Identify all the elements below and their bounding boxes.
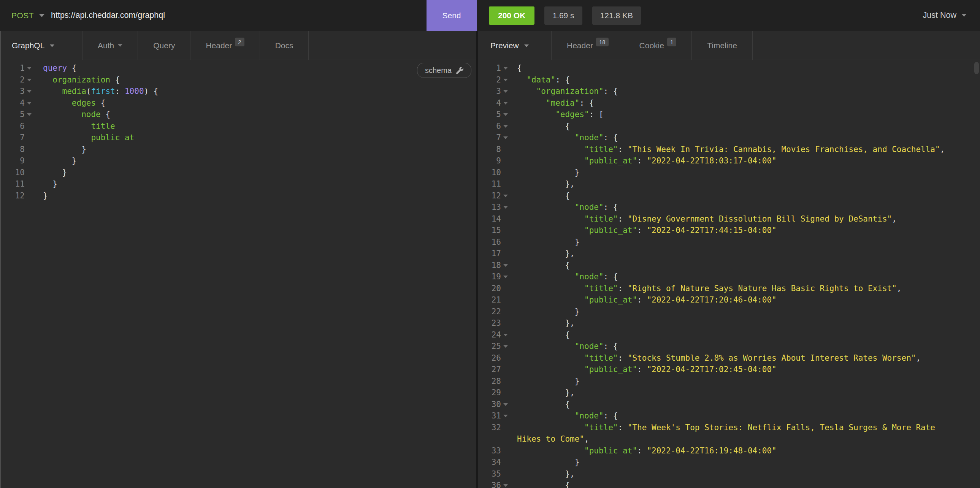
fold-toggle[interactable] — [501, 121, 510, 132]
tab-label: Cookie — [640, 41, 664, 50]
fold-toggle[interactable] — [501, 259, 510, 271]
line-number: 33 — [478, 445, 501, 457]
tab-timeline[interactable]: Timeline — [692, 31, 752, 60]
code-text: "title": "Rights of Nature Says Nature H… — [517, 283, 954, 294]
chevron-down-icon — [50, 45, 54, 47]
line-number: 4 — [478, 97, 501, 109]
code-line: 15 "public_at": "2022-04-22T17:44:15-04:… — [478, 225, 980, 237]
method-dropdown[interactable]: POST — [11, 0, 45, 31]
code-text: "title": "Stocks Stumble 2.8% as Worries… — [517, 352, 954, 364]
response-json-viewer[interactable]: 1{2 "data": {3 "organization": {4 "media… — [478, 60, 980, 488]
line-number: 13 — [478, 202, 501, 213]
fold-arrow-icon — [503, 102, 508, 105]
scrollbar-thumb[interactable] — [974, 62, 979, 74]
tab-query[interactable]: Query — [138, 31, 191, 60]
gutter: 9 — [478, 155, 510, 167]
code-line: 2 "data": { — [478, 74, 980, 86]
fold-arrow-icon — [27, 67, 32, 70]
line-number: 30 — [478, 399, 501, 410]
preview-mode-dropdown[interactable]: Preview — [478, 31, 552, 60]
line-number: 14 — [478, 213, 501, 225]
fold-toggle[interactable] — [501, 86, 510, 97]
code-line: 6 { — [478, 121, 980, 132]
fold-toggle[interactable] — [501, 340, 510, 352]
code-text: { — [517, 62, 954, 74]
fold-toggle[interactable] — [25, 97, 34, 109]
code-text: { — [517, 121, 954, 132]
tab-label: Header — [567, 41, 593, 50]
code-line: 13 "node": { — [478, 202, 980, 213]
tab-header[interactable]: Header2 — [191, 31, 259, 60]
fold-toggle[interactable] — [25, 109, 34, 121]
fold-arrow-icon — [27, 79, 32, 81]
tab-cookie[interactable]: Cookie1 — [624, 31, 692, 60]
line-number: 15 — [478, 225, 501, 237]
code-text: media(first: 1000) { — [43, 86, 158, 97]
tab-auth[interactable]: Auth — [83, 31, 138, 60]
preview-mode-label: Preview — [490, 41, 519, 50]
fold-spacer — [501, 213, 510, 225]
code-text: "data": { — [517, 74, 954, 86]
line-number: 34 — [478, 456, 501, 468]
code-text: "public_at": "2022-04-22T16:19:48-04:00" — [517, 445, 954, 457]
code-line: 5 node { — [1, 109, 476, 121]
line-number: 7 — [1, 132, 25, 144]
url-input[interactable]: https://api.cheddar.com/graphql — [51, 0, 165, 31]
fold-arrow-icon — [503, 415, 508, 417]
fold-toggle[interactable] — [501, 202, 510, 213]
code-text: { — [517, 259, 954, 271]
body-type-label: GraphQL — [12, 41, 45, 50]
line-number: 25 — [478, 340, 501, 352]
line-number: 18 — [478, 259, 501, 271]
gutter: 10 — [478, 167, 510, 179]
request-tabbar: GraphQL AuthQueryHeader2Docs — [1, 31, 476, 60]
gutter: 5 — [478, 109, 510, 121]
line-number: 19 — [478, 271, 501, 283]
fold-toggle[interactable] — [501, 480, 510, 488]
fold-toggle[interactable] — [501, 97, 510, 109]
gutter: 27 — [478, 364, 510, 375]
fold-toggle[interactable] — [501, 271, 510, 283]
gutter: 12 — [1, 190, 34, 202]
gutter: 28 — [478, 375, 510, 387]
gutter: 12 — [478, 190, 510, 202]
fold-spacer — [501, 422, 510, 434]
response-history-dropdown[interactable]: Just Now — [923, 0, 966, 31]
schema-button[interactable]: schema — [417, 63, 471, 78]
fold-toggle[interactable] — [25, 74, 34, 86]
gutter: 6 — [1, 121, 34, 132]
fold-arrow-icon — [503, 67, 508, 70]
fold-toggle[interactable] — [501, 132, 510, 144]
fold-toggle[interactable] — [501, 399, 510, 410]
code-text: { — [517, 399, 954, 410]
line-number: 12 — [1, 190, 25, 202]
code-text: } — [43, 178, 57, 190]
fold-spacer — [25, 167, 34, 179]
fold-toggle[interactable] — [25, 86, 34, 97]
code-text: }, — [517, 468, 954, 480]
tab-header[interactable]: Header18 — [552, 31, 624, 60]
code-line: 3 media(first: 1000) { — [1, 86, 476, 97]
tab-label: Timeline — [707, 41, 737, 50]
fold-toggle[interactable] — [501, 190, 510, 202]
fold-toggle[interactable] — [501, 109, 510, 121]
fold-spacer — [501, 445, 510, 457]
send-button[interactable]: Send — [426, 0, 477, 31]
fold-toggle[interactable] — [25, 62, 34, 74]
code-text: node { — [43, 109, 110, 121]
fold-toggle[interactable] — [501, 410, 510, 422]
fold-toggle[interactable] — [501, 329, 510, 341]
request-pane: GraphQL AuthQueryHeader2Docs schema 1que… — [0, 31, 476, 488]
url-text: https://api.cheddar.com/graphql — [51, 11, 165, 20]
tab-docs[interactable]: Docs — [260, 31, 309, 60]
body-type-dropdown[interactable]: GraphQL — [1, 31, 83, 60]
code-line: 34 } — [478, 456, 980, 468]
tab-label: Header — [206, 41, 232, 50]
fold-spacer — [501, 387, 510, 399]
graphql-query-editor[interactable]: schema 1query {2 organization {3 media(f… — [1, 60, 476, 488]
fold-toggle[interactable] — [501, 62, 510, 74]
code-text: "organization": { — [517, 86, 954, 97]
fold-toggle[interactable] — [501, 74, 510, 86]
line-number: 23 — [478, 317, 501, 329]
code-text: } — [517, 167, 954, 179]
